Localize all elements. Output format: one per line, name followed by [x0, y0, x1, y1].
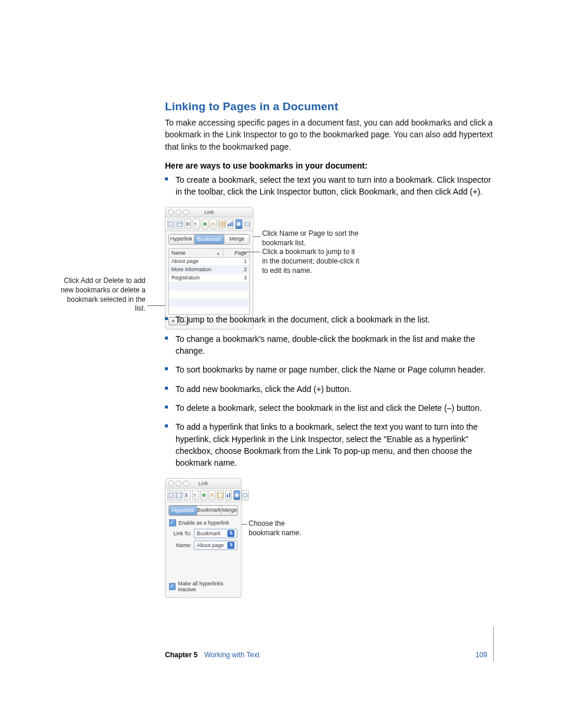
tab-merge[interactable]: Merge — [222, 506, 237, 515]
bullet-list-2: To jump to the bookmark in the document,… — [165, 314, 495, 469]
table-row[interactable]: About page1 — [169, 258, 249, 266]
minimize-icon[interactable] — [176, 480, 181, 486]
wrap-inspector-icon[interactable] — [184, 219, 191, 229]
callout-choose-name: Choose the bookmark name. — [249, 519, 313, 538]
figure-2-wrapper: Link T Hyperlink Bookmark Merge — [165, 476, 495, 576]
table-inspector-icon[interactable] — [217, 490, 224, 500]
bullet-list-1: To create a bookmark, select the text yo… — [165, 174, 495, 198]
inactive-row: Make all hyperlinks inactive — [169, 581, 237, 592]
name-select[interactable]: About page⇅ — [194, 541, 237, 550]
callout-leader — [242, 252, 260, 252]
chart-inspector-icon[interactable] — [227, 219, 234, 229]
intro-paragraph: To make accessing specific pages in a do… — [165, 117, 495, 153]
svg-rect-13 — [230, 223, 231, 226]
traffic-lights — [168, 480, 189, 486]
tab-merge[interactable]: Merge — [224, 235, 249, 244]
sort-indicator-icon: ▲ — [216, 251, 220, 255]
table-inspector-icon[interactable] — [218, 219, 225, 229]
svg-text:T: T — [194, 222, 197, 227]
tab-hyperlink[interactable]: Hyperlink — [169, 235, 194, 244]
tab-bookmark[interactable]: Bookmark — [194, 235, 225, 244]
linkto-select[interactable]: Bookmark⇅ — [194, 529, 237, 538]
graphic-inspector-icon[interactable] — [201, 219, 209, 229]
table-row — [169, 282, 249, 291]
spacer — [166, 552, 241, 578]
metrics-inspector-icon[interactable] — [209, 490, 216, 500]
metrics-inspector-icon[interactable] — [210, 219, 217, 229]
quicktime-inspector-icon[interactable] — [242, 490, 249, 500]
inspector-icon-row: T — [166, 218, 253, 231]
svg-rect-12 — [228, 224, 229, 226]
list-item: To create a bookmark, select the text yo… — [165, 174, 495, 198]
svg-point-25 — [235, 493, 239, 498]
window-titlebar: Link — [166, 479, 241, 489]
list-item: To add new bookmarks, click the Add (+) … — [165, 383, 495, 395]
wrap-inspector-icon[interactable] — [184, 490, 191, 500]
svg-rect-17 — [169, 493, 173, 498]
doc-inspector-icon[interactable] — [167, 490, 174, 500]
inspector-tabs: Hyperlink Bookmark Merge — [168, 505, 238, 516]
svg-rect-14 — [232, 222, 233, 226]
column-header-page[interactable]: Page — [223, 249, 249, 257]
link-inspector-icon[interactable] — [233, 490, 240, 500]
chart-inspector-icon[interactable] — [225, 490, 232, 500]
text-inspector-icon[interactable]: T — [192, 490, 199, 500]
zoom-icon[interactable] — [183, 209, 189, 215]
enable-hyperlink-row: Enable as a hyperlink — [169, 519, 237, 526]
inspector-icon-row: T — [166, 489, 241, 502]
table-row[interactable]: More information2 — [169, 266, 249, 274]
list-item: To change a bookmark's name, double-clic… — [165, 333, 495, 357]
linkto-row: Link To: Bookmark⇅ — [169, 529, 237, 538]
traffic-lights — [168, 209, 189, 215]
quicktime-inspector-icon[interactable] — [244, 219, 251, 229]
graphic-inspector-icon[interactable] — [200, 490, 207, 500]
name-label: Name: — [169, 542, 191, 548]
page-footer: Chapter 5 Working with Text 109 — [165, 627, 494, 661]
inspector-tabs: Hyperlink Bookmark Merge — [168, 234, 250, 245]
page-number: 109 — [475, 651, 487, 659]
dropdown-arrow-icon: ⇅ — [227, 542, 234, 549]
callout-leader — [147, 305, 165, 306]
callout-sort: Click Name or Page to sort the bookmark … — [262, 229, 362, 248]
link-inspector-hyperlink-window: Link T Hyperlink Bookmark Merge — [165, 478, 242, 598]
footer-chapter: Chapter 5 Working with Text — [165, 651, 259, 659]
tab-bookmark[interactable]: Bookmark — [197, 506, 222, 515]
table-row[interactable]: Registration3 — [169, 274, 249, 282]
enable-hyperlink-label: Enable as a hyperlink — [178, 520, 229, 526]
bookmark-column-headers: Name▲ Page — [168, 248, 250, 257]
bookmark-list: About page1 More information2 Registrati… — [168, 257, 250, 315]
callout-leader — [253, 236, 260, 237]
svg-rect-1 — [177, 222, 182, 226]
svg-point-8 — [203, 222, 207, 226]
column-header-name[interactable]: Name▲ — [169, 249, 223, 257]
section-heading: Linking to Pages in a Document — [165, 100, 495, 113]
list-item: To add a hyperlink that links to a bookm… — [165, 421, 495, 469]
text-inspector-icon[interactable]: T — [193, 219, 200, 229]
svg-text:T: T — [193, 493, 196, 498]
tab-hyperlink[interactable]: Hyperlink — [169, 506, 197, 515]
doc-inspector-icon[interactable] — [167, 219, 174, 229]
page-content: Linking to Pages in a Document To make a… — [165, 100, 495, 576]
zoom-icon[interactable] — [183, 480, 189, 486]
minimize-icon[interactable] — [176, 209, 181, 215]
svg-rect-22 — [218, 493, 223, 498]
close-icon[interactable] — [168, 209, 174, 215]
list-item: To jump to the bookmark in the document,… — [165, 314, 495, 325]
svg-rect-24 — [229, 493, 230, 498]
list-item: To sort bookmarks by name or page number… — [165, 364, 495, 375]
list-item: To delete a bookmark, select the bookmar… — [165, 402, 495, 414]
svg-rect-18 — [177, 493, 181, 498]
layout-inspector-icon[interactable] — [176, 490, 183, 500]
svg-rect-19 — [186, 493, 187, 497]
make-inactive-checkbox[interactable] — [169, 583, 176, 590]
svg-point-15 — [237, 222, 241, 226]
enable-hyperlink-checkbox[interactable] — [169, 519, 176, 526]
linkto-label: Link To: — [169, 531, 191, 536]
layout-inspector-icon[interactable] — [176, 219, 183, 229]
link-inspector-icon[interactable] — [235, 219, 242, 229]
table-row — [169, 299, 249, 307]
sub-heading: Here are ways to use bookmarks in your d… — [165, 161, 495, 170]
name-row: Name: About page⇅ — [169, 541, 237, 550]
close-icon[interactable] — [168, 480, 174, 486]
table-row — [169, 291, 249, 299]
